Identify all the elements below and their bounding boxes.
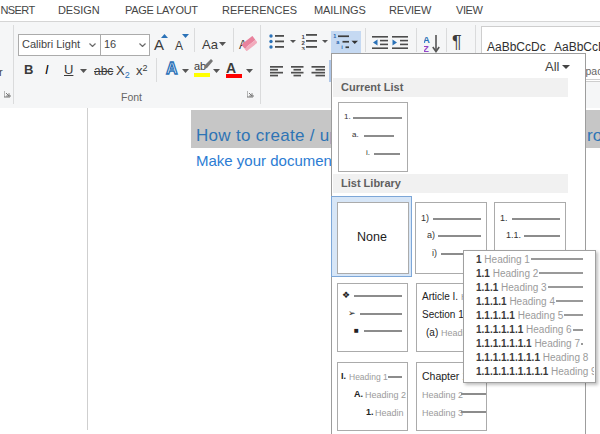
svg-text:i: i — [341, 44, 343, 50]
svg-text:a: a — [336, 39, 340, 45]
svg-text:3: 3 — [302, 46, 306, 51]
svg-text:Z: Z — [424, 43, 429, 53]
